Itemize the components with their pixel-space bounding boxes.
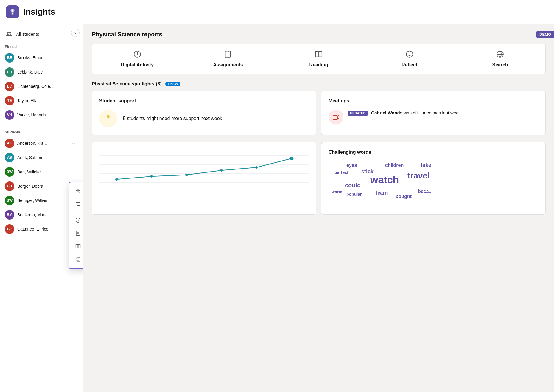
svg-rect-16 <box>333 116 337 120</box>
sidebar-divider <box>0 125 83 125</box>
word-watch: watch <box>370 174 399 186</box>
meetings-content: UPDATED Gabriel Woods was oft... meeting… <box>329 110 538 125</box>
context-menu-divider <box>69 212 83 212</box>
tab-reading-label: Reading <box>309 62 328 68</box>
context-menu-digital[interactable]: See Kiana's Digital Activity report <box>69 214 83 227</box>
main-content: Physical Science reports DEMO Digital Ac… <box>83 24 554 392</box>
svg-point-22 <box>150 175 153 178</box>
students-section-label: Students <box>0 127 83 136</box>
context-menu-reading[interactable]: See Kiana's Reading Progress report <box>69 240 83 253</box>
meeting-after-text: was oft... meetings last week <box>404 110 461 115</box>
book-icon <box>315 50 323 60</box>
word-learn: learn <box>376 190 388 196</box>
demo-badge: DEMO <box>536 31 554 38</box>
word-children: children <box>385 163 404 168</box>
report-tabs: Digital Activity Assignments Reading Ref… <box>92 44 546 74</box>
svg-point-21 <box>115 178 118 181</box>
word-eyes: eyes <box>346 163 357 168</box>
student-AK[interactable]: AK Anderson, Kia... ··· <box>0 136 83 150</box>
student-support-card: Student support 5 students might need mo… <box>92 91 316 135</box>
challenging-words-card: Challenging words eyes perfect stick chi… <box>321 142 546 215</box>
pinned-student-LC[interactable]: LC Lichtenberg, Cole... <box>0 79 83 94</box>
svg-rect-1 <box>12 9 13 12</box>
meeting-icon-wrap <box>329 110 343 125</box>
meetings-card: Meetings UPDATED Gabriel Woods was oft..… <box>321 91 546 135</box>
student-name-LC: Lichtenberg, Cole... <box>17 84 78 89</box>
student-name-BW: Bart, Willeke <box>17 169 78 174</box>
svg-point-2 <box>12 13 13 14</box>
spotlights-title: Physical Science spotlights (8) <box>92 81 162 87</box>
reading-icon <box>75 243 81 249</box>
spotlights-cards: Student support 5 students might need mo… <box>92 91 546 135</box>
word-could: could <box>345 182 361 189</box>
avatar-CE: CE <box>5 224 14 234</box>
context-menu-assignments[interactable]: See Kiana's Assignments report <box>69 227 83 240</box>
pinned-students-list: BE Brooks, Ethan LD Lebbink, Dale LC Lic… <box>0 51 83 122</box>
context-menu: Pin student to the top of the list Chat … <box>69 182 83 269</box>
svg-point-24 <box>220 169 223 172</box>
student-name-LD: Lebbink, Dale <box>17 70 78 74</box>
tab-reading[interactable]: Reading <box>273 44 364 74</box>
all-students-label: All students <box>16 32 39 37</box>
avatar-AS: AS <box>5 153 14 162</box>
svg-point-23 <box>185 174 188 176</box>
context-menu-reflect[interactable]: See Kiana's Reflect report <box>69 253 83 266</box>
word-travel: travel <box>407 171 430 181</box>
clock-icon <box>133 50 141 60</box>
tab-digital-activity[interactable]: Digital Activity <box>92 44 183 74</box>
all-students-item[interactable]: All students <box>0 24 83 42</box>
pinned-student-BE[interactable]: BE Brooks, Ethan <box>0 51 83 65</box>
chat-icon <box>75 201 81 207</box>
spotlights-header: Physical Science spotlights (8) 1 NEW <box>92 81 546 87</box>
main-layout: All students Pinned BE Brooks, Ethan LD … <box>0 24 554 392</box>
avatar-AK: AK <box>5 139 14 148</box>
meeting-text: UPDATED Gabriel Woods was oft... meeting… <box>348 110 461 116</box>
collapse-sidebar-button[interactable] <box>71 29 80 37</box>
pinned-section-label: Pinned <box>0 42 83 51</box>
student-name-VH: Vance, Hannah <box>17 113 78 117</box>
lower-row: Challenging words eyes perfect stick chi… <box>92 142 546 215</box>
student-support-title: Student support <box>99 98 309 104</box>
avatar-BM: BM <box>5 210 14 220</box>
word-perfect: perfect <box>334 170 348 175</box>
meetings-title: Meetings <box>329 98 538 104</box>
support-content: 5 students might need more support next … <box>99 110 309 127</box>
pinned-student-TE[interactable]: TE Taylor, Ella <box>0 94 83 108</box>
student-more-menu-AK[interactable]: ··· <box>72 141 78 146</box>
tab-digital-activity-label: Digital Activity <box>121 62 154 68</box>
reflect-tab-icon <box>406 50 413 60</box>
avatar-TE: TE <box>5 96 14 105</box>
tab-reflect[interactable]: Reflect <box>364 44 455 74</box>
word-lake: lake <box>421 162 431 168</box>
avatar-VH: VH <box>5 110 14 120</box>
tab-assignments[interactable]: Assignments <box>183 44 274 74</box>
student-BW[interactable]: BW Bart, Willeke <box>0 165 83 179</box>
context-menu-chat[interactable]: Chat with Kiana <box>69 198 83 211</box>
support-icon-wrap <box>99 110 117 127</box>
page-header: Physical Science reports DEMO <box>92 31 546 38</box>
avatar-BW: BW <box>5 167 14 177</box>
svg-point-26 <box>289 157 293 160</box>
tab-reflect-label: Reflect <box>402 62 417 68</box>
avatar-BW2: BW <box>5 196 14 205</box>
student-name-BE: Brooks, Ethan <box>17 55 78 60</box>
context-menu-pin[interactable]: Pin student to the top of the list <box>69 185 83 198</box>
app-header: Insights <box>0 0 554 24</box>
student-AS[interactable]: AS Arink, Sabien <box>0 150 83 165</box>
line-chart <box>99 150 309 191</box>
student-name-AS: Arink, Sabien <box>17 155 78 160</box>
pinned-student-LD[interactable]: LD Lebbink, Dale <box>0 65 83 79</box>
tab-assignments-label: Assignments <box>213 62 243 68</box>
avatar-LD: LD <box>5 67 14 77</box>
pinned-student-VH[interactable]: VH Vance, Hannah <box>0 108 83 122</box>
student-name-AK: Anderson, Kia... <box>17 141 69 146</box>
avatar-BD: BD <box>5 181 14 191</box>
tab-search[interactable]: Search <box>455 44 545 74</box>
digital-activity-icon <box>75 217 81 223</box>
student-name-TE: Taylor, Ella <box>17 98 78 103</box>
chart-area <box>99 150 309 191</box>
avatar-BE: BE <box>5 53 14 63</box>
new-badge: 1 NEW <box>165 82 180 86</box>
word-beca: beca... <box>418 189 433 194</box>
updated-badge: UPDATED <box>348 111 368 116</box>
